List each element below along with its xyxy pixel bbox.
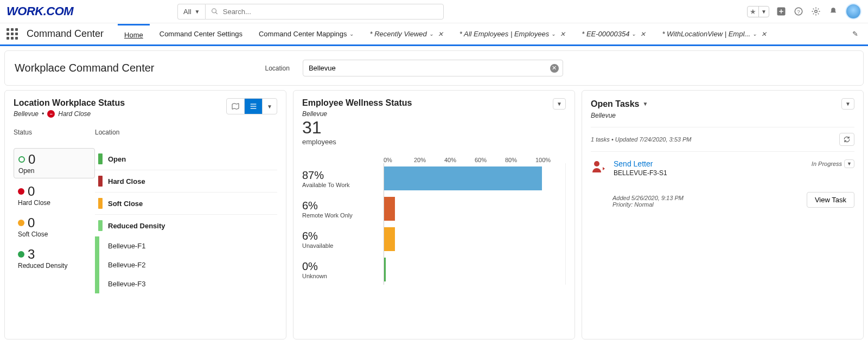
tab-label: * WithLocationView | Empl... (662, 30, 750, 38)
bell-icon[interactable] (828, 6, 839, 17)
tab-withlocationview[interactable]: * WithLocationView | Empl...⌄✕ (655, 24, 773, 43)
location-row-soft[interactable]: Soft Close (95, 193, 277, 215)
employee-count-label: employees (302, 138, 412, 146)
pencil-icon[interactable]: ✎ (849, 27, 861, 41)
refresh-icon (843, 136, 851, 143)
axis-tick: 100% (535, 157, 566, 163)
tab-label: * EE-00000354 (582, 30, 629, 38)
app-launcher-icon[interactable] (7, 28, 18, 40)
close-icon[interactable]: ✕ (438, 30, 443, 38)
logo: WORK.COM (7, 4, 73, 18)
soft-close-icon (18, 220, 24, 226)
bar-icon (98, 153, 103, 164)
page-title: Workplace Command Center (15, 62, 155, 74)
close-icon[interactable]: ✕ (560, 30, 565, 38)
svg-rect-7 (251, 106, 257, 106)
chart-row: 0%Unknown (302, 254, 566, 285)
gear-icon[interactable] (810, 6, 821, 17)
location-child-row[interactable]: Bellevue-F2 (99, 255, 277, 274)
svg-point-5 (815, 10, 818, 13)
card-location: Bellevue (302, 110, 327, 118)
axis-tick: 40% (444, 157, 475, 163)
card-location: Bellevue (591, 112, 616, 119)
tab-recently-viewed[interactable]: * Recently Viewed⌄✕ (363, 24, 450, 43)
card-workplace-status: Location Workplace Status Bellevue • – H… (4, 90, 286, 339)
card-title: Employee Wellness Status (302, 98, 412, 108)
reduced-density-icon (18, 251, 24, 258)
tab-label: Command Center Settings (159, 30, 242, 38)
status-reduced-density[interactable]: 3 Reduced Density (14, 243, 95, 273)
tab-cc-settings[interactable]: Command Center Settings (153, 24, 249, 43)
card-menu-button[interactable]: ▼ (553, 98, 566, 110)
chart-bar (384, 227, 395, 251)
tab-home[interactable]: Home (118, 24, 150, 44)
chart-bar (384, 166, 542, 190)
chart-row: 6%Unavailable (302, 224, 566, 254)
location-input[interactable] (303, 60, 563, 76)
bar-pct: 0% (302, 260, 384, 273)
hard-close-icon: – (47, 110, 55, 118)
axis-tick: 60% (475, 157, 505, 163)
tab-cc-mappings[interactable]: Command Center Mappings⌄ (252, 24, 360, 43)
close-icon[interactable]: ✕ (640, 30, 646, 38)
chevron-down-icon: ⌄ (631, 31, 636, 37)
tab-ee-record[interactable]: * EE-00000354⌄✕ (575, 24, 652, 43)
location-child-row[interactable]: Bellevue-F3 (99, 274, 277, 293)
chart-row: 87%Available To Work (302, 163, 566, 194)
add-icon[interactable] (776, 6, 787, 17)
svg-line-1 (216, 12, 218, 14)
tab-label: * Recently Viewed (370, 30, 427, 38)
chevron-down-icon: ▼ (759, 8, 769, 16)
location-label: Location (265, 65, 290, 72)
bar-pct: 87% (302, 169, 384, 182)
svg-point-9 (594, 161, 599, 166)
open-icon (18, 156, 25, 163)
hard-close-icon (18, 188, 24, 195)
clear-icon[interactable]: ✕ (550, 64, 559, 73)
bar-label: Unavailable (302, 242, 384, 249)
card-wellness-status: Employee Wellness Status Bellevue 31 emp… (293, 90, 575, 339)
close-icon[interactable]: ✕ (761, 30, 767, 38)
search-scope-dropdown[interactable]: All ▼ (177, 4, 205, 20)
status-soft-close[interactable]: 0 Soft Close (14, 212, 95, 241)
card-location: Bellevue (14, 110, 39, 118)
chart-bar (384, 197, 395, 221)
chevron-down-icon: ⌄ (551, 31, 556, 37)
bar-icon (98, 198, 103, 209)
app-name: Command Center (27, 28, 104, 40)
card-status: Hard Close (58, 110, 91, 118)
map-view-button[interactable] (227, 99, 244, 114)
bar-pct: 6% (302, 230, 384, 242)
task-menu-button[interactable]: ▼ (844, 159, 854, 168)
card-menu-button[interactable]: ▼ (841, 98, 854, 110)
location-row-hard[interactable]: Hard Close (95, 170, 277, 193)
task-added: Added 5/26/2020, 9:13 PM (612, 195, 684, 201)
star-icon: ★ (748, 7, 759, 17)
favorites-dropdown[interactable]: ★▼ (747, 6, 769, 17)
status-open[interactable]: 0 Open (14, 148, 95, 178)
location-child-row[interactable]: Bellevue-F1 (99, 236, 277, 255)
location-row-open[interactable]: Open (95, 148, 277, 170)
svg-point-0 (212, 9, 216, 13)
search-input[interactable] (223, 8, 438, 16)
view-task-button[interactable]: View Task (807, 192, 854, 208)
svg-text:?: ? (797, 9, 800, 15)
status-hard-close[interactable]: 0 Hard Close (14, 181, 95, 210)
bar-icon (98, 220, 103, 231)
help-icon[interactable]: ? (793, 6, 804, 17)
list-view-button[interactable] (244, 99, 262, 114)
tab-all-employees[interactable]: * All Employees | Employees⌄✕ (453, 24, 572, 43)
task-title-link[interactable]: Send Letter (614, 159, 805, 168)
svg-rect-6 (251, 104, 257, 104)
chart-bar (384, 258, 386, 281)
card-menu-button[interactable]: ▼ (262, 99, 277, 114)
avatar[interactable] (845, 3, 861, 20)
refresh-button[interactable] (839, 133, 854, 146)
location-row-reduced[interactable]: Reduced Density (95, 215, 277, 236)
chevron-down-icon: ▼ (195, 9, 200, 15)
bar-pct: 6% (302, 200, 384, 212)
svg-rect-8 (251, 108, 257, 108)
col-location: Location (95, 126, 119, 138)
bar-label: Remote Work Only (302, 212, 384, 219)
chevron-down-icon[interactable]: ▼ (643, 101, 648, 107)
